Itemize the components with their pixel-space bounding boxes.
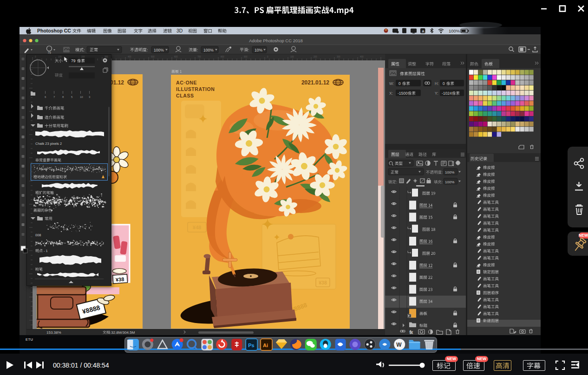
svg-text:79: 79 xyxy=(71,58,76,63)
svg-text:fx: fx xyxy=(410,330,413,335)
svg-text:100: 100 xyxy=(58,56,62,58)
svg-text:0: 0 xyxy=(399,81,401,86)
svg-text:100%: 100% xyxy=(203,48,214,52)
svg-text:Chalk 23 pixels 2: Chalk 23 pixels 2 xyxy=(35,142,62,146)
svg-text:X:: X: xyxy=(389,91,393,96)
svg-text:3: 3 xyxy=(89,96,91,98)
svg-text:W: W xyxy=(396,342,402,348)
svg-text:100%: 100% xyxy=(154,48,164,52)
svg-text:0: 0 xyxy=(443,81,445,86)
svg-text:-1500: -1500 xyxy=(398,91,408,96)
svg-text:100%: 100% xyxy=(445,170,454,175)
svg-text:0: 0 xyxy=(267,56,268,58)
svg-text:W:: W: xyxy=(389,81,394,86)
svg-text:5: 5 xyxy=(71,96,73,98)
svg-text:8: 8 xyxy=(62,96,64,98)
svg-text:200: 200 xyxy=(314,56,317,58)
svg-text:100: 100 xyxy=(290,56,294,58)
svg-text:100%: 100% xyxy=(445,180,454,184)
svg-text:700: 700 xyxy=(197,56,201,58)
svg-text:008: 008 xyxy=(35,233,41,237)
svg-text:7: 7 xyxy=(53,96,55,98)
svg-text:300: 300 xyxy=(105,56,108,58)
svg-text:10: 10 xyxy=(80,96,83,98)
svg-text:Adobe Photoshop CC 2018: Adobe Photoshop CC 2018 xyxy=(249,38,303,43)
svg-text:Photoshop CC: Photoshop CC xyxy=(37,28,71,33)
svg-text:0: 0 xyxy=(35,56,36,58)
svg-text:- 1: - 1 xyxy=(44,249,48,253)
svg-text:100%: 100% xyxy=(449,28,460,33)
svg-text::32.8M/304.5M: :32.8M/304.5M xyxy=(110,330,135,335)
svg-text:H:: H: xyxy=(435,81,439,86)
svg-text:500: 500 xyxy=(151,56,155,58)
svg-text:800: 800 xyxy=(221,56,224,58)
svg-text:600: 600 xyxy=(174,56,178,58)
svg-text:79: 79 xyxy=(48,51,52,54)
svg-text:3D: 3D xyxy=(176,28,183,33)
svg-text:ETU: ETU xyxy=(26,337,33,342)
svg-text:300: 300 xyxy=(337,56,340,58)
svg-text:-1024: -1024 xyxy=(442,91,452,96)
svg-text:153.38%: 153.38% xyxy=(46,330,61,335)
svg-text:Ps: Ps xyxy=(248,343,254,348)
svg-text:10%: 10% xyxy=(255,48,262,52)
svg-text:00:38:01 / 00:48:54: 00:38:01 / 00:48:54 xyxy=(53,362,109,369)
svg-text:Ai: Ai xyxy=(263,343,268,348)
svg-text:400: 400 xyxy=(128,56,131,58)
svg-text:Y:: Y: xyxy=(435,91,438,96)
svg-text:A: A xyxy=(422,29,425,33)
svg-text:400: 400 xyxy=(360,56,364,58)
svg-text:6: 6 xyxy=(45,96,46,98)
svg-text:900: 900 xyxy=(244,56,248,58)
